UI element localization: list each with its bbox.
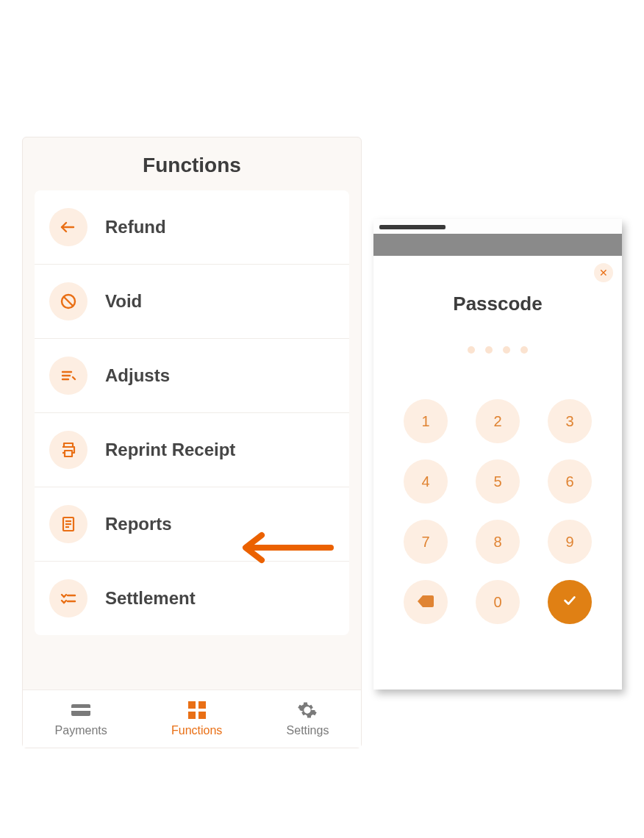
functions-title: Functions [23, 137, 361, 190]
passcode-dots [373, 346, 622, 354]
function-label: Void [105, 291, 142, 312]
svg-rect-17 [188, 712, 196, 719]
print-icon [49, 431, 87, 469]
passcode-panel: ✕ Passcode 1 2 3 4 5 6 7 8 9 0 [373, 219, 622, 690]
function-label: Settlement [105, 588, 196, 609]
close-icon: ✕ [599, 267, 608, 279]
payments-icon [68, 699, 93, 721]
function-item-reprint[interactable]: Reprint Receipt [35, 413, 349, 487]
backspace-icon [418, 594, 434, 611]
close-row: ✕ [373, 256, 622, 282]
passcode-dot [468, 346, 475, 354]
settlement-icon [49, 579, 87, 617]
key-4[interactable]: 4 [404, 459, 448, 504]
passcode-dot [520, 346, 528, 354]
svg-rect-6 [65, 451, 72, 456]
void-icon [49, 282, 87, 320]
key-6[interactable]: 6 [548, 459, 592, 504]
functions-panel: Functions Refund Void Adjusts Reprint Re… [22, 137, 362, 748]
check-icon [562, 592, 578, 612]
passcode-dot [503, 346, 510, 354]
annotation-arrow-icon [235, 529, 338, 569]
key-7[interactable]: 7 [404, 520, 448, 564]
close-button[interactable]: ✕ [594, 263, 613, 282]
key-3[interactable]: 3 [548, 399, 592, 443]
nav-item-settings[interactable]: Settings [287, 699, 329, 737]
key-2[interactable]: 2 [476, 399, 520, 443]
function-label: Adjusts [105, 365, 170, 386]
svg-rect-16 [198, 701, 206, 709]
passcode-title: Passcode [373, 293, 622, 315]
settings-icon [295, 699, 320, 721]
key-5[interactable]: 5 [476, 459, 520, 504]
passcode-dot [485, 346, 493, 354]
refund-icon [49, 208, 87, 246]
function-label: Refund [105, 217, 166, 237]
key-1[interactable]: 1 [404, 399, 448, 443]
function-item-void[interactable]: Void [35, 265, 349, 339]
function-label: Reprint Receipt [105, 440, 235, 460]
function-item-settlement[interactable]: Settlement [35, 562, 349, 635]
svg-rect-15 [188, 701, 196, 709]
nav-label: Settings [287, 724, 329, 737]
reports-icon [49, 505, 87, 543]
functions-icon [185, 699, 210, 721]
function-item-refund[interactable]: Refund [35, 190, 349, 265]
key-9[interactable]: 9 [548, 520, 592, 564]
key-8[interactable]: 8 [476, 520, 520, 564]
key-backspace[interactable] [404, 580, 448, 624]
function-item-adjusts[interactable]: Adjusts [35, 339, 349, 413]
key-0[interactable]: 0 [476, 580, 520, 624]
bottom-nav: Payments Functions Settings [23, 690, 361, 748]
svg-rect-18 [198, 712, 206, 719]
nav-item-functions[interactable]: Functions [171, 699, 222, 737]
nav-label: Functions [171, 724, 222, 737]
keypad: 1 2 3 4 5 6 7 8 9 0 [373, 399, 622, 639]
adjust-icon [49, 357, 87, 395]
nav-item-payments[interactable]: Payments [55, 699, 107, 737]
svg-rect-14 [71, 708, 90, 711]
nav-label: Payments [55, 724, 107, 737]
svg-line-1 [64, 297, 73, 306]
app-bar [373, 234, 622, 256]
key-confirm[interactable] [548, 580, 592, 624]
function-label: Reports [105, 514, 172, 534]
status-bar [373, 219, 622, 234]
